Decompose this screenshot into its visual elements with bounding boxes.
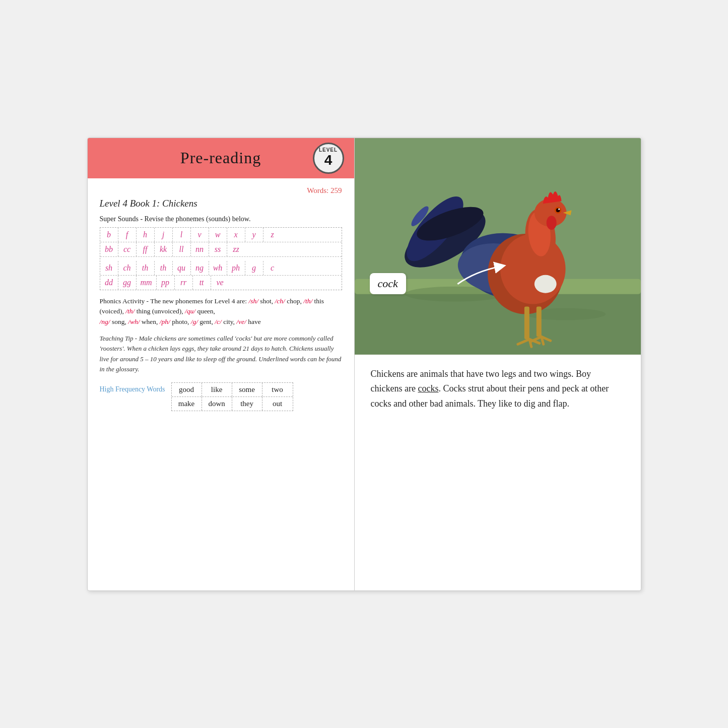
sound-cell: zz bbox=[227, 242, 245, 256]
right-text-content: Chickens are animals that have two legs … bbox=[371, 369, 609, 409]
phonics-ve: /ve/ bbox=[236, 318, 246, 325]
right-panel: cock Chickens are animals that have two … bbox=[355, 138, 641, 590]
freq-word: good bbox=[172, 383, 202, 396]
sound-cell: ve bbox=[211, 276, 229, 290]
sound-cell: sh bbox=[100, 261, 118, 275]
freq-word: they bbox=[232, 397, 262, 411]
rooster-container: cock bbox=[355, 138, 641, 355]
freq-words-grid: good like some two make down they out bbox=[171, 382, 293, 411]
right-text-body: Chickens are animals that have two legs … bbox=[355, 355, 641, 590]
underline-cocks: cocks bbox=[418, 383, 438, 393]
phonics-th2: /th/ bbox=[125, 307, 135, 315]
sound-cell: y bbox=[245, 228, 263, 242]
sounds-row-2: bb cc ff kk ll nn ss zz bbox=[100, 242, 342, 257]
sound-cell: cc bbox=[118, 242, 137, 256]
left-panel: Pre-reading LEVEL 4 Words: 259 Level 4 B… bbox=[88, 138, 355, 590]
teaching-tip: Teaching Tip - Male chickens are sometim… bbox=[100, 334, 342, 374]
svg-point-17 bbox=[546, 216, 556, 230]
sounds-row-4: dd gg mm pp rr tt ve bbox=[100, 276, 342, 290]
freq-row-2: make down they out bbox=[172, 397, 293, 411]
svg-point-20 bbox=[558, 208, 560, 210]
sound-cell: wh bbox=[209, 261, 227, 275]
callout-label: cock bbox=[370, 273, 406, 294]
high-freq-label: High Frequency Words bbox=[100, 382, 165, 393]
sound-cell: ss bbox=[209, 242, 227, 256]
high-freq-section: High Frequency Words good like some two … bbox=[100, 382, 342, 411]
sounds-row-gap bbox=[100, 257, 342, 261]
sound-cell: gg bbox=[118, 276, 137, 290]
sound-cell: ph bbox=[227, 261, 245, 275]
svg-point-13 bbox=[534, 275, 556, 293]
phonics-sh: /sh/ bbox=[248, 297, 258, 305]
level-number: 4 bbox=[324, 153, 333, 168]
sound-cell: th bbox=[137, 261, 155, 275]
sound-cell: g bbox=[245, 261, 263, 275]
rooster-image: cock bbox=[355, 138, 641, 355]
sound-cell: z bbox=[263, 228, 282, 242]
left-content: Words: 259 Level 4 Book 1: Chickens Supe… bbox=[88, 178, 354, 590]
phonics-ch: /ch/ bbox=[275, 297, 285, 305]
book-title: Level 4 Book 1: Chickens bbox=[100, 198, 342, 209]
phonics-ng: /ng/ bbox=[100, 318, 110, 325]
level-badge: LEVEL 4 bbox=[313, 143, 344, 174]
freq-row-1: good like some two bbox=[172, 383, 293, 397]
sound-cell: mm bbox=[137, 276, 157, 290]
phonics-intro: Phonics Activity - The new phonemes for … bbox=[100, 297, 249, 305]
sound-cell: x bbox=[227, 228, 245, 242]
page-container: Pre-reading LEVEL 4 Words: 259 Level 4 B… bbox=[87, 138, 641, 591]
freq-word: down bbox=[202, 397, 232, 411]
phonics-section: Phonics Activity - The new phonemes for … bbox=[100, 296, 342, 328]
callout-word: cock bbox=[378, 277, 398, 290]
svg-rect-22 bbox=[536, 306, 541, 337]
freq-word: some bbox=[232, 383, 262, 396]
sound-cell: bb bbox=[100, 242, 118, 256]
sound-cell: ch bbox=[118, 261, 137, 275]
sound-cell: b bbox=[100, 228, 118, 242]
phonics-ph: /ph/ bbox=[160, 318, 170, 325]
sound-cell: ng bbox=[191, 261, 209, 275]
super-sounds-label: Super Sounds - Revise the phonemes (soun… bbox=[100, 215, 342, 223]
sound-cell: qu bbox=[173, 261, 191, 275]
sounds-grid: b f h j l v w x y z bb cc ff kk ll bbox=[100, 227, 342, 290]
phonics-wh: /wh/ bbox=[128, 318, 140, 325]
sound-cell: nn bbox=[191, 242, 209, 256]
sound-cell: dd bbox=[100, 276, 118, 290]
sound-cell: l bbox=[173, 228, 191, 242]
sound-cell: tt bbox=[193, 276, 211, 290]
page-title: Pre-reading bbox=[180, 149, 261, 167]
freq-word: two bbox=[262, 383, 293, 396]
sound-cell: h bbox=[137, 228, 155, 242]
sounds-row-1: b f h j l v w x y z bbox=[100, 228, 342, 242]
sound-cell: ff bbox=[137, 242, 155, 256]
words-label: Words: bbox=[307, 186, 328, 194]
sound-cell: w bbox=[209, 228, 227, 242]
sound-cell: pp bbox=[157, 276, 175, 290]
phonics-g: /g/ bbox=[191, 318, 198, 325]
sound-cell: th bbox=[155, 261, 173, 275]
svg-rect-21 bbox=[524, 306, 529, 339]
sound-cell: f bbox=[118, 228, 137, 242]
sound-cell: j bbox=[155, 228, 173, 242]
sounds-row-3: sh ch th th qu ng wh ph g c bbox=[100, 261, 342, 276]
sound-cell: kk bbox=[155, 242, 173, 256]
freq-word: make bbox=[172, 397, 202, 411]
rooster-svg bbox=[355, 138, 641, 355]
header-bar: Pre-reading LEVEL 4 bbox=[88, 138, 354, 178]
phonics-qu: /qu/ bbox=[185, 307, 195, 315]
sound-cell: rr bbox=[175, 276, 193, 290]
words-count: Words: 259 bbox=[100, 186, 342, 195]
phonics-c: /c/ bbox=[215, 318, 222, 325]
phonics-th1: /th/ bbox=[303, 297, 312, 305]
freq-word: out bbox=[262, 397, 293, 411]
sound-cell: ll bbox=[173, 242, 191, 256]
freq-word: like bbox=[202, 383, 232, 396]
sound-cell: c bbox=[263, 261, 282, 275]
words-value: 259 bbox=[330, 186, 342, 194]
sound-cell: v bbox=[191, 228, 209, 242]
